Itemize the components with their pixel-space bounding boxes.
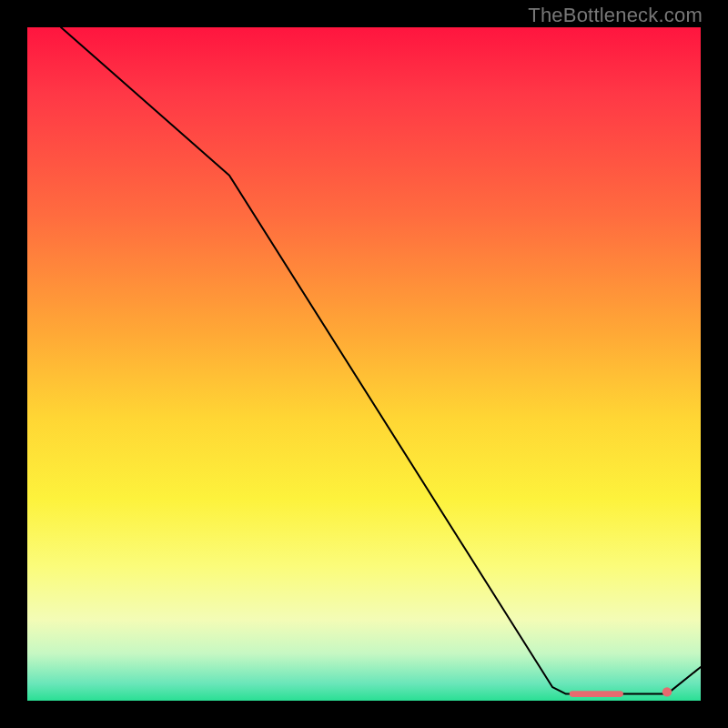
chart-svg (27, 27, 701, 701)
marker-dot (662, 687, 672, 696)
marker-bar (570, 691, 623, 697)
chart-stage: TheBottleneck.com (0, 0, 728, 728)
watermark-text: TheBottleneck.com (528, 4, 703, 27)
plot-area (27, 27, 701, 701)
bottleneck-curve (61, 27, 701, 694)
